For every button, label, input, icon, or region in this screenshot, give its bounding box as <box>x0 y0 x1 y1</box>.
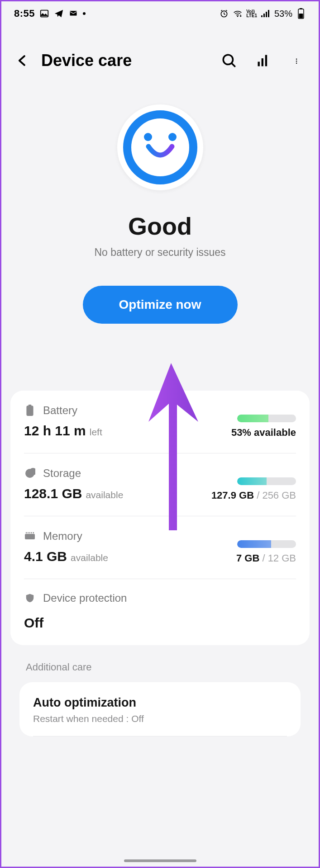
svg-rect-9 <box>299 14 303 18</box>
device-metrics-card: Battery 12 h 11 m left 53% available Sto… <box>10 391 310 645</box>
protection-value: Off <box>24 615 127 631</box>
battery-value: 12 h 11 m <box>24 423 86 439</box>
svg-rect-11 <box>258 62 260 66</box>
back-button[interactable] <box>14 52 30 69</box>
svg-rect-13 <box>265 55 267 66</box>
protection-row[interactable]: Device protection Off <box>24 579 296 645</box>
memory-label: Memory <box>43 530 82 542</box>
battery-row[interactable]: Battery 12 h 11 m left 53% available <box>24 391 296 453</box>
search-button[interactable] <box>221 52 237 69</box>
additional-care-section-label: Additional care <box>10 645 310 682</box>
optimize-button[interactable]: Optimize now <box>83 286 238 324</box>
svg-point-14 <box>296 58 297 60</box>
shield-icon <box>24 592 36 604</box>
svg-rect-18 <box>26 406 33 416</box>
storage-progress <box>237 477 296 485</box>
svg-rect-4 <box>263 14 265 17</box>
battery-progress <box>237 415 296 422</box>
battery-available: 53% available <box>231 427 296 439</box>
svg-rect-21 <box>28 532 29 533</box>
storage-value-suffix: available <box>86 490 123 500</box>
memory-value: 4.1 GB <box>24 549 67 564</box>
memory-card-icon <box>24 530 36 542</box>
battery-card-icon <box>24 405 36 416</box>
auto-optimization-card[interactable]: Auto optimization Restart when needed : … <box>19 682 301 736</box>
svg-rect-22 <box>29 532 30 533</box>
status-bar: 8:55 Vo)) LTE1 53% <box>1 1 319 24</box>
stats-button[interactable] <box>255 52 272 69</box>
device-status-subtitle: No battery or security issues <box>1 246 319 259</box>
svg-rect-23 <box>31 532 32 533</box>
memory-value-suffix: available <box>71 552 108 563</box>
alarm-icon <box>219 9 229 19</box>
more-dot-icon <box>83 12 86 15</box>
wifi-icon <box>233 9 243 19</box>
more-menu-button[interactable] <box>290 52 306 69</box>
svg-rect-19 <box>25 534 35 539</box>
protection-label: Device protection <box>43 592 127 604</box>
battery-icon <box>296 9 306 19</box>
svg-rect-24 <box>33 532 34 533</box>
network-label: Vo)) LTE1 <box>246 9 257 18</box>
battery-label: Battery <box>43 404 77 417</box>
storage-fraction: 127.9 GB / 256 GB <box>211 490 296 501</box>
hero-status-section: Good No battery or security issues Optim… <box>1 86 319 350</box>
signal-icon <box>261 9 271 19</box>
app-header: Device care <box>1 24 319 86</box>
svg-point-16 <box>296 63 297 64</box>
svg-rect-1 <box>70 11 77 16</box>
memory-row[interactable]: Memory 4.1 GB available 7 GB / 12 GB <box>24 516 296 579</box>
memory-fraction: 7 GB / 12 GB <box>236 552 296 564</box>
device-status: Good <box>1 212 319 240</box>
svg-point-15 <box>296 61 297 62</box>
image-icon <box>39 9 49 19</box>
status-smiley-icon <box>117 104 203 190</box>
storage-value: 128.1 GB <box>24 486 82 501</box>
storage-card-icon <box>24 467 36 479</box>
mail-icon <box>68 9 78 19</box>
telegram-icon <box>54 9 64 19</box>
status-time: 8:55 <box>14 8 35 19</box>
svg-rect-5 <box>266 12 267 17</box>
auto-optimization-title: Auto optimization <box>33 696 287 710</box>
storage-label: Storage <box>43 467 81 480</box>
svg-rect-20 <box>26 532 27 533</box>
page-title: Device care <box>41 51 210 70</box>
memory-progress <box>237 540 296 548</box>
auto-optimization-subtitle: Restart when needed : Off <box>33 713 287 724</box>
battery-percent: 53% <box>274 9 292 19</box>
svg-rect-6 <box>268 10 269 17</box>
storage-row[interactable]: Storage 128.1 GB available 127.9 GB / 25… <box>24 453 296 516</box>
svg-rect-3 <box>261 15 263 17</box>
battery-value-suffix: left <box>90 427 102 438</box>
nav-bar-handle[interactable] <box>124 859 196 862</box>
svg-rect-12 <box>262 58 263 66</box>
